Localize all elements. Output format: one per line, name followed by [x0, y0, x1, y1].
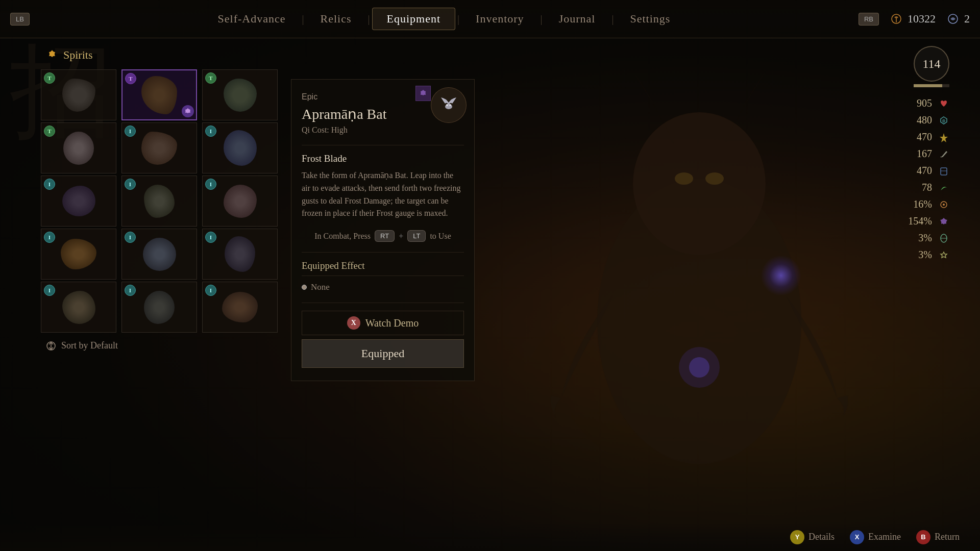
creature-figure-3: [224, 79, 257, 112]
nav-settings[interactable]: Settings: [616, 8, 684, 30]
spirit-slot-10[interactable]: I: [41, 229, 116, 280]
slot-badge-11: I: [125, 232, 136, 243]
spirit-slot-15[interactable]: I: [202, 282, 278, 333]
slot-badge-8: I: [125, 179, 136, 190]
spirit-slot-4[interactable]: T: [41, 122, 116, 173]
stat-row-7: 16%: [901, 198, 949, 210]
svg-rect-13: [941, 168, 947, 175]
stat-3-value: 470: [901, 131, 932, 143]
examine-label: Examine: [868, 532, 901, 542]
combat-hint: In Combat, Press RT + LT to Use: [302, 230, 464, 242]
center-panel: Epic Apramāṇa Bat Qi Cost: High: [291, 48, 475, 541]
stat-row-2: 480: [901, 114, 949, 126]
x-button-icon: X: [347, 316, 360, 330]
slot-badge-4: T: [44, 126, 55, 137]
creature-figure-7: [62, 186, 95, 216]
svg-point-15: [943, 204, 945, 206]
rb-button[interactable]: RB: [859, 13, 879, 26]
stat-2-icon: [938, 115, 949, 126]
stat-row-6: 78: [901, 182, 949, 193]
spirits-title: Spirits: [63, 48, 92, 62]
spirit-slot-2[interactable]: T: [121, 69, 197, 120]
creature-figure-5: [141, 132, 177, 165]
spirit-slot-3[interactable]: T: [202, 69, 278, 120]
details-action[interactable]: Y Details: [790, 530, 835, 544]
return-label: Return: [935, 532, 960, 542]
details-label: Details: [808, 532, 835, 542]
nav-items: Self-Advance | Relics | Equipment | Inve…: [30, 8, 859, 30]
item-icon: [431, 87, 467, 123]
slot-badge-7: I: [44, 179, 55, 190]
right-stats-panel: 114 905 480 470 167 470 78: [901, 46, 949, 266]
equipped-indicator-2: [182, 105, 194, 117]
combat-hint-prefix: In Combat, Press: [314, 232, 371, 241]
stat-5-icon: [938, 165, 949, 177]
level-progress-bar: [914, 84, 949, 87]
item-qi-cost: Qi Cost: High: [302, 126, 464, 135]
stat-10-value: 3%: [901, 249, 932, 261]
stat-row-hp: 905: [901, 97, 949, 109]
divider-2: [302, 252, 464, 253]
bottom-bar: Y Details X Examine B Return: [0, 523, 980, 551]
spirit-slot-14[interactable]: I: [121, 282, 197, 333]
creature-figure-9: [224, 185, 257, 218]
spirit-slot-7[interactable]: I: [41, 176, 116, 227]
equipped-button[interactable]: Equipped: [302, 339, 464, 368]
sort-label: Sort by Default: [61, 340, 118, 351]
nav-self-advance[interactable]: Self-Advance: [204, 8, 300, 30]
svg-point-11: [446, 104, 448, 106]
currency-2-value: 2: [964, 12, 970, 26]
currency-1-icon: [889, 12, 903, 26]
spirit-slot-11[interactable]: I: [121, 229, 197, 280]
examine-action[interactable]: X Examine: [850, 530, 901, 544]
slot-badge-5: I: [125, 126, 136, 137]
divider-1: [302, 145, 464, 145]
spirit-slot-6[interactable]: I: [202, 122, 278, 173]
nav-equipment[interactable]: Equipment: [372, 8, 456, 30]
creature-figure-6: [224, 130, 257, 166]
return-btn-icon: B: [916, 530, 930, 544]
currency-1: 10322: [889, 12, 936, 26]
slot-badge-15: I: [205, 285, 216, 296]
return-action[interactable]: B Return: [916, 530, 960, 544]
currency-2-icon: [946, 12, 960, 26]
stat-row-5: 470: [901, 165, 949, 177]
lb-button[interactable]: LB: [10, 13, 30, 26]
stat-4-icon: [938, 148, 949, 160]
creature-figure-10: [61, 239, 96, 269]
creature-figure-15: [222, 292, 258, 322]
nav-journal[interactable]: Journal: [545, 8, 610, 30]
nav-relics[interactable]: Relics: [306, 8, 366, 30]
sort-bar[interactable]: Sort by Default: [41, 340, 281, 351]
stat-2-value: 480: [901, 114, 932, 126]
slot-badge-9: I: [205, 179, 216, 190]
stat-hp-value: 905: [901, 97, 932, 109]
slot-badge-14: I: [125, 285, 136, 296]
spirit-slot-5[interactable]: I: [121, 122, 197, 173]
left-panel: Spirits T T T T: [41, 48, 281, 541]
creature-figure-14: [144, 291, 175, 324]
spirit-slot-9[interactable]: I: [202, 176, 278, 227]
spirit-slot-13[interactable]: I: [41, 282, 116, 333]
stat-5-value: 470: [901, 165, 932, 177]
nav-bar: LB Self-Advance | Relics | Equipment | I…: [0, 0, 980, 38]
creature-figure-13: [62, 291, 95, 324]
spirit-slot-1[interactable]: T: [41, 69, 116, 120]
slot-badge-12: I: [205, 232, 216, 243]
watch-demo-button[interactable]: X Watch Demo: [302, 311, 464, 335]
main-content: Spirits T T T T: [0, 38, 980, 551]
item-type-badge: [415, 86, 431, 101]
stat-row-3: 470: [901, 131, 949, 143]
spirit-slot-8[interactable]: I: [121, 176, 197, 227]
nav-inventory[interactable]: Inventory: [461, 8, 538, 30]
spirit-slot-12[interactable]: I: [202, 229, 278, 280]
creature-figure-4: [63, 132, 94, 165]
stat-3-icon: [938, 132, 949, 143]
spirits-header-icon: [46, 49, 58, 61]
stat-row-10: 3%: [901, 249, 949, 261]
level-badge: 114: [914, 46, 949, 82]
stat-8-icon: [938, 216, 949, 227]
stat-row-4: 167: [901, 148, 949, 160]
examine-btn-icon: X: [850, 530, 864, 544]
divider-3: [302, 303, 464, 303]
